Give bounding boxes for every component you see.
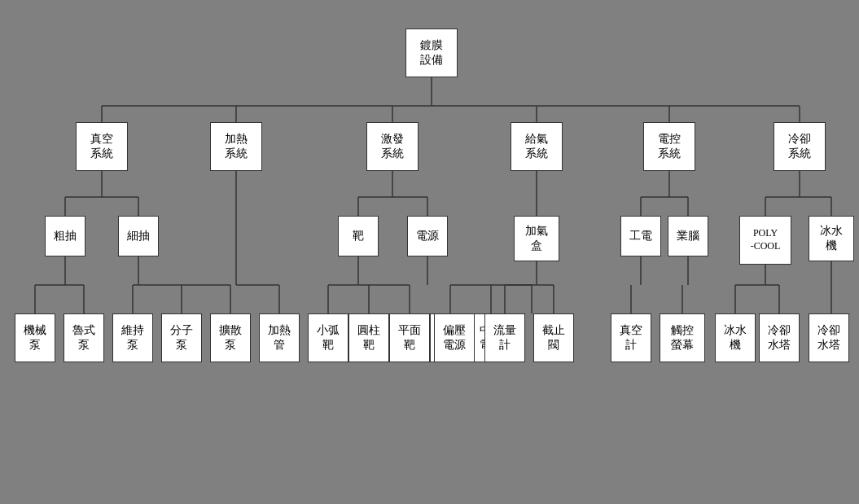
node-bias-power: 偏壓電源 bbox=[434, 313, 475, 362]
node-vacuum: 真空系統 bbox=[76, 122, 128, 171]
node-pc: 業腦 bbox=[668, 216, 708, 256]
node-fine: 細抽 bbox=[118, 216, 159, 256]
node-rough: 粗抽 bbox=[45, 216, 85, 256]
node-power: 電源 bbox=[407, 216, 448, 256]
node-mol-pump: 分子泵 bbox=[161, 313, 202, 362]
node-ind-elec: 工電 bbox=[620, 216, 661, 256]
node-gasbox: 加氣盒 bbox=[514, 216, 559, 261]
node-cyl-target: 圓柱靶 bbox=[348, 313, 389, 362]
node-target: 靶 bbox=[338, 216, 379, 256]
node-mech-pump: 機械泵 bbox=[15, 313, 55, 362]
node-cool-tower2: 冷卻水塔 bbox=[809, 313, 849, 362]
node-laser: 激發系統 bbox=[366, 122, 419, 171]
node-polycool: POLY-COOL bbox=[739, 216, 791, 265]
node-maint-pump: 維持泵 bbox=[112, 313, 153, 362]
node-ruts-pump: 魯式泵 bbox=[64, 313, 104, 362]
node-shutoff: 截止閥 bbox=[533, 313, 574, 362]
node-heat: 加熱系統 bbox=[210, 122, 262, 171]
node-root: 鍍膜設備 bbox=[405, 28, 458, 77]
node-cool-tower: 冷卻水塔 bbox=[759, 313, 800, 362]
node-small-arc: 小弧靶 bbox=[308, 313, 348, 362]
node-gas: 給氣系統 bbox=[511, 122, 563, 171]
node-touch-screen: 觸控螢幕 bbox=[660, 313, 705, 362]
node-flat-target: 平面靶 bbox=[389, 313, 430, 362]
node-diff-pump: 擴散泵 bbox=[210, 313, 251, 362]
node-electric: 電控系統 bbox=[643, 122, 695, 171]
node-cool: 冷卻系統 bbox=[774, 122, 826, 171]
tree-container: 鍍膜設備 真空系統 加熱系統 激發系統 給氣系統 電控系統 冷卻系統 粗抽 細抽… bbox=[0, 0, 859, 504]
node-ice-machine: 冰水機 bbox=[715, 313, 756, 362]
node-icewater: 冰水機 bbox=[809, 216, 854, 261]
node-flow-meter: 流量計 bbox=[484, 313, 525, 362]
node-heat-pipe: 加熱管 bbox=[259, 313, 300, 362]
node-vac-gauge: 真空計 bbox=[611, 313, 651, 362]
